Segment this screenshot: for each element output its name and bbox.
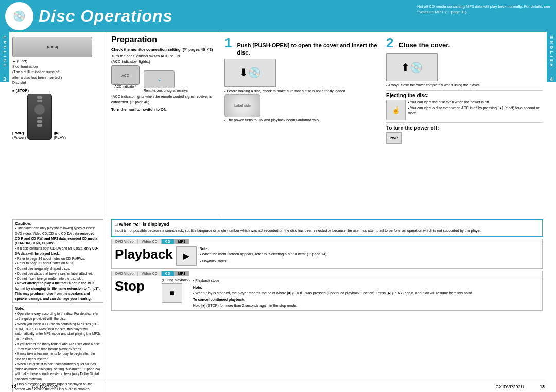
stop-note-text: • When play is stopped, the player recor…: [193, 291, 539, 296]
playback-block: DVD Video Video CD CD MP3 Playback ▶ Not…: [111, 239, 543, 269]
side-tab-right-page: 4: [550, 77, 553, 82]
header-notice: Not all CD media containing MP3 data wil…: [417, 4, 551, 15]
footer-left: 12 CX-DVP292U: [11, 384, 61, 389]
playback-starts: • Playback starts.: [200, 259, 539, 264]
tab-cd-stop: CD: [162, 271, 175, 276]
tab-video-cd-stop: Video CD: [138, 271, 162, 276]
slot-illumination-label: Slot illumination: [12, 65, 38, 68]
before-loading-note: • Before loading a disc, check to make s…: [224, 89, 381, 93]
when-box: □ When "⊘" is displayed Input is not pos…: [111, 219, 543, 237]
caution-title: Caution:: [15, 221, 101, 226]
tab-mp3-play: MP3: [175, 239, 189, 244]
note-item-2: • When you insert a CD media containing …: [15, 322, 101, 342]
remote-btn-4: [37, 120, 42, 123]
cancel-playback-title: To cancel continued playback:: [193, 297, 539, 303]
play-word-label: (PLAY): [54, 135, 66, 140]
disc-close-image: ⬆💿: [386, 53, 438, 81]
note-item-1: • Operations vary according to the disc.…: [15, 311, 101, 322]
eject-hand-image: ☝: [386, 100, 406, 120]
pwr-image: PWR: [386, 132, 402, 144]
remote-btn-2: [37, 100, 42, 102]
model-right: CX-DVP292U: [495, 384, 524, 389]
stop-block: DVD Video Video CD CD MP3 Stop (During p…: [111, 271, 543, 311]
playback-tabs: DVD Video Video CD CD MP3: [112, 239, 542, 244]
header-logo: 💿: [5, 2, 33, 30]
header: 💿 Disc Operations Not all CD media conta…: [0, 0, 556, 32]
pwr-label: [PWR]: [12, 131, 24, 135]
caution-item-3: • Refer to page 34 about notes on CD-Rs/…: [15, 256, 101, 261]
step1-header: 1 Push [PUSH·OPEN] to open the cover and…: [224, 35, 381, 57]
power-off-title: To turn the power off:: [386, 125, 543, 131]
bottom-right: □ When "⊘" is displayed Input is not pos…: [107, 217, 547, 392]
step2-box: 2 Close the cover. ⬆💿 • Always close the…: [386, 35, 543, 144]
caution-item-1: • The player can only play the following…: [15, 226, 101, 246]
remote-btn-5: [37, 124, 42, 127]
pwr-icon-label: PWR: [390, 136, 398, 140]
footer-right: CX-DVP292U 13: [495, 384, 545, 389]
step1-num: 1: [224, 35, 232, 51]
step2-header: 2 Close the cover.: [386, 35, 543, 51]
side-tab-left-letters: ENGLISH: [3, 36, 7, 69]
note-item-5: • When it is difficult to hear comparati…: [15, 362, 101, 382]
prep-step1: Check the monitor connection setting. (☞…: [111, 47, 216, 52]
model-left: CX-DVP292U: [32, 384, 61, 389]
prep-title: Preparation: [111, 35, 216, 44]
label-disc-image: Label side: [224, 94, 260, 117]
bottom-section: Caution: • The player can only play the …: [9, 217, 547, 392]
remote-btn-3: [37, 117, 42, 119]
disc-icon: 💿: [13, 10, 26, 22]
bottom-right-left: □ When "⊘" is displayed Input is not pos…: [111, 219, 543, 390]
stop-during-label: (During playback): [162, 278, 190, 282]
step1-title: Push [PUSH·OPEN] to open the cover and i…: [237, 42, 381, 57]
power-label: (Power): [12, 135, 26, 140]
caution-item-6: • Do not use discs that have a seal or l…: [15, 271, 101, 276]
note-item-4: • It may take a few moments for play to …: [15, 351, 101, 362]
cancel-playback-text: Hold [■] (STOP) for more than 2 seconds …: [193, 303, 539, 309]
power-on-note: • The power turns to ON and playback beg…: [224, 118, 381, 122]
when-title: □ When "⊘" is displayed: [115, 222, 539, 227]
playback-title: Playback: [115, 246, 173, 262]
side-tab-right-letters: ENGLISH: [549, 36, 554, 69]
step1-box: 1 Push [PUSH·OPEN] to open the cover and…: [224, 35, 381, 144]
remote-btn-1: [37, 96, 42, 99]
playback-note: Note: • When the menu screen appears, re…: [200, 246, 539, 264]
signal-label: Remote control signal receiver: [144, 88, 189, 92]
side-tab-left: ENGLISH 3: [0, 32, 9, 82]
panel-left: ▲ (Eject) Slot illumination (The slot il…: [9, 32, 107, 217]
caution-item-5: • Do not use irregularly shaped discs.: [15, 266, 101, 271]
step2-num: 2: [386, 35, 393, 51]
disc-insert-image: ⬇💿: [224, 59, 276, 87]
play-icon-label: [▶]: [54, 131, 59, 135]
caution-item-4: • Refer to page 31 about notes on MP3.: [15, 261, 101, 266]
slot-illumination-note2: after a disc has been inserted.): [12, 76, 62, 79]
step2-title: Close the cover.: [398, 41, 450, 50]
side-tab-left-page: 3: [3, 77, 6, 82]
prep-step3: Turn the monitor switch to ON.: [111, 107, 216, 112]
tab-video-cd-play: Video CD: [138, 239, 162, 244]
acc-label: ACC indicator*: [111, 85, 140, 88]
stop-label: ■ (STOP): [12, 88, 29, 93]
ejecting-title: Ejecting the disc:: [386, 93, 543, 98]
side-tab-right: ENGLISH 4: [547, 32, 556, 82]
stop-note-title: Note:: [193, 285, 539, 291]
signal-receiver-image: 📡: [144, 70, 175, 88]
page-footer: 12 CX-DVP292U CX-DVP292U 13: [9, 381, 547, 392]
disc-slot-label: Disc slot: [12, 81, 26, 84]
remote-dpad: [34, 104, 45, 115]
playback-note-title: Note:: [200, 246, 539, 252]
tab-mp3-stop: MP3: [175, 271, 189, 276]
panel-steps: 1 Push [PUSH·OPEN] to open the cover and…: [220, 32, 547, 217]
eject-note2: • You can eject a disc even when ACC is …: [408, 105, 543, 116]
note-section-title: Note:: [15, 307, 101, 310]
note-item-3: • If you record too many folders and MP3…: [15, 342, 101, 352]
caution-item-2: • If a disc contains both CD-DA and MP3 …: [15, 246, 101, 256]
step-container: 1 Push [PUSH·OPEN] to open the cover and…: [224, 35, 543, 144]
top-section: ▲ (Eject) Slot illumination (The slot il…: [9, 32, 547, 217]
remote-control-image: [27, 94, 52, 140]
always-close-note: • Always close the cover completely when…: [386, 83, 543, 87]
caution-item-7: • Do not insert foreign matter into the …: [15, 276, 101, 281]
tab-cd-play: CD: [162, 239, 175, 244]
acc-indicator-image: ACC: [111, 65, 140, 85]
playback-body: Playback ▶ Note: • When the menu screen …: [112, 244, 542, 268]
acc-footnote: *ACC indicator lights when the remote co…: [111, 94, 216, 105]
